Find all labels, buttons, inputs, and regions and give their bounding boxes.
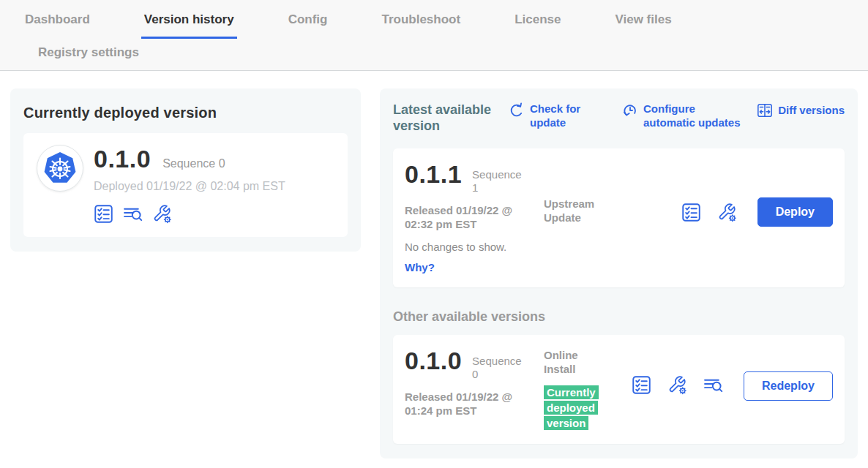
other-source-column: Online Install Currently deployed versio… [544, 348, 632, 431]
deployed-sequence-label: Sequence 0 [162, 157, 225, 170]
deployed-actions [94, 204, 285, 224]
view-config-icon[interactable] [667, 375, 687, 395]
why-link[interactable]: Why? [405, 261, 435, 273]
preflight-checklist-icon[interactable] [681, 203, 701, 222]
redeploy-button[interactable]: Redeploy [744, 371, 833, 401]
other-available-versions-title: Other available versions [393, 309, 845, 325]
latest-version-card: 0.1.1 Sequence 1 Released 01/19/22 @ 02:… [393, 148, 845, 287]
other-sequence-label: Sequence 0 [472, 355, 526, 381]
other-version-info: 0.1.0 Sequence 0 Released 01/19/22 @ 01:… [405, 348, 544, 431]
diff-icon [757, 102, 773, 118]
nav-tabs-row-2: Registry settings [22, 43, 868, 67]
latest-sequence-label: Sequence 1 [472, 168, 526, 195]
check-for-update-link[interactable]: Check for update [509, 102, 588, 129]
available-header: Latest available version Check for updat… [393, 102, 845, 134]
deployed-timestamp: Deployed 01/19/22 @ 02:04 pm EST [94, 180, 285, 193]
schedule-icon [622, 102, 638, 118]
diff-versions-label: Diff versions [778, 103, 845, 117]
tab-dashboard[interactable]: Dashboard [22, 10, 93, 37]
deploy-button[interactable]: Deploy [757, 197, 833, 227]
latest-version-info: 0.1.1 Sequence 1 Released 01/19/22 @ 02:… [405, 162, 544, 274]
tab-troubleshoot[interactable]: Troubleshoot [378, 10, 463, 37]
currently-deployed-badge-wrap: Currently deployed version [544, 385, 598, 431]
configure-automatic-updates-link[interactable]: Configure automatic updates [622, 102, 746, 129]
deploy-button-wrap: Deploy [757, 162, 833, 274]
latest-source-label: Upstream Update [544, 197, 610, 224]
diff-versions-link[interactable]: Diff versions [757, 102, 845, 118]
preflight-checklist-icon[interactable] [94, 204, 113, 224]
check-for-update-label: Check for update [530, 102, 588, 129]
deployed-version-info: 0.1.0 Sequence 0 Deployed 01/19/22 @ 02:… [94, 145, 285, 224]
tab-view-files[interactable]: View files [612, 10, 674, 37]
latest-source-column: Upstream Update [544, 162, 632, 274]
other-version-number: 0.1.0 [405, 348, 462, 373]
redeploy-button-wrap: Redeploy [744, 348, 833, 431]
header-actions: Check for update Configure automatic upd… [509, 102, 845, 129]
currently-deployed-panel: Currently deployed version 0.1.0 Sequenc… [10, 88, 361, 252]
deploy-logs-icon[interactable] [123, 204, 143, 224]
currently-deployed-badge: Currently deployed version [544, 385, 599, 430]
available-versions-panel: Latest available version Check for updat… [380, 88, 858, 458]
other-version-actions [632, 348, 723, 431]
configure-automatic-updates-label: Configure automatic updates [643, 102, 746, 129]
tab-config[interactable]: Config [285, 10, 331, 37]
tab-version-history[interactable]: Version history [141, 10, 237, 39]
tab-license[interactable]: License [512, 10, 564, 37]
refresh-icon [509, 102, 525, 118]
latest-released-timestamp: Released 01/19/22 @ 02:32 pm EST [405, 203, 531, 231]
tab-registry-settings[interactable]: Registry settings [35, 43, 142, 67]
no-changes-text: No changes to show. [405, 241, 544, 253]
app-logo [37, 145, 83, 192]
latest-available-title: Latest available version [393, 102, 503, 134]
currently-deployed-title: Currently deployed version [23, 105, 348, 121]
latest-version-actions [681, 162, 737, 274]
deploy-logs-icon[interactable] [703, 375, 723, 395]
view-config-icon[interactable] [152, 204, 172, 224]
deployed-version-card: 0.1.0 Sequence 0 Deployed 01/19/22 @ 02:… [23, 133, 348, 237]
deployed-version-number: 0.1.0 [94, 146, 151, 171]
other-source-label: Online Install [544, 348, 610, 376]
view-config-icon[interactable] [717, 203, 737, 222]
kubernetes-logo-icon [42, 151, 78, 186]
main-content: Currently deployed version 0.1.0 Sequenc… [0, 71, 868, 458]
nav-tabs-row: Dashboard Version history Config Trouble… [22, 0, 868, 39]
other-version-card: 0.1.0 Sequence 0 Released 01/19/22 @ 01:… [393, 335, 845, 444]
other-released-timestamp: Released 01/19/22 @ 01:24 pm EST [405, 390, 531, 418]
top-nav: Dashboard Version history Config Trouble… [0, 0, 868, 71]
latest-version-number: 0.1.1 [405, 162, 462, 186]
preflight-checklist-icon[interactable] [632, 375, 651, 395]
